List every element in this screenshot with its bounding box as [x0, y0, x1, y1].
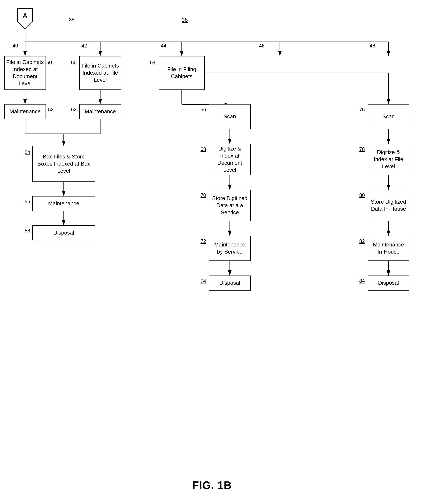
ref-84: 84 — [359, 278, 365, 284]
box-78: Digitize & Index at File Level — [368, 144, 409, 175]
box-74: Disposal — [209, 275, 251, 291]
box-58: Disposal — [32, 225, 95, 240]
box-82: Maintenance In-House — [368, 236, 409, 261]
box-54-label: Box Files & Store Boxes Indexed at Box L… — [34, 153, 93, 174]
ref-76: 76 — [359, 107, 365, 112]
box-58-label: Disposal — [53, 229, 74, 236]
ref-44: 44 — [161, 43, 167, 49]
ref-62: 62 — [71, 107, 77, 112]
ref-70: 70 — [200, 192, 206, 198]
box-52: Maintenance — [4, 104, 46, 119]
ref-78: 78 — [359, 146, 365, 152]
ref-60: 60 — [71, 60, 77, 65]
ref-72: 72 — [200, 238, 206, 244]
box-84: Disposal — [368, 275, 409, 291]
figure-caption: FIG. 1B — [192, 479, 232, 491]
box-72-label: Maintenance by Service — [211, 241, 249, 255]
ref-50: 50 — [46, 60, 52, 65]
box-78-label: Digitize & Index at File Level — [370, 149, 407, 170]
box-62: Maintenance — [79, 104, 121, 119]
ref-74: 74 — [200, 278, 206, 284]
ref-48: 48 — [370, 43, 375, 49]
box-68-label: Digitize & Index at Document Level — [211, 145, 249, 173]
ref-80: 80 — [359, 192, 365, 198]
diagram: A 38 40 42 44 46 48 File in Cabinets Ind… — [0, 0, 424, 460]
box-72: Maintenance by Service — [209, 236, 251, 261]
box-56: Maintenance — [32, 196, 95, 211]
ref-42: 42 — [81, 43, 87, 49]
ref-40: 40 — [12, 43, 18, 49]
box-82-label: Maintenance In-House — [370, 241, 407, 255]
box-52-label: Maintenance — [10, 108, 41, 115]
box-74-label: Disposal — [219, 280, 240, 287]
svg-marker-29 — [18, 8, 33, 29]
box-60-label: File in Cabinets Indexed at File Level — [81, 62, 119, 83]
ref-56: 56 — [25, 198, 30, 204]
ref-38: 38 — [69, 17, 75, 23]
start-shape: A — [15, 8, 36, 29]
box-60: File in Cabinets Indexed at File Level — [79, 56, 121, 90]
box-54: Box Files & Store Boxes Indexed at Box L… — [32, 146, 95, 182]
ref-64: 64 — [150, 60, 156, 65]
box-68: Digitize & Index at Document Level — [209, 144, 251, 175]
box-56-label: Maintenance — [48, 200, 79, 207]
ref-54: 54 — [25, 149, 30, 155]
box-62-label: Maintenance — [85, 108, 116, 115]
svg-text:A: A — [23, 12, 27, 19]
box-scan-76-label: Scan — [382, 113, 394, 120]
box-80-label: Store Digitized Data In-House — [370, 198, 407, 213]
box-80: Store Digitized Data In-House — [368, 190, 409, 221]
ref-52: 52 — [48, 107, 54, 112]
box-70-label: Store Digitized Data at a a Service — [211, 195, 249, 216]
box-file-filing-label: File in Filing Cabinets — [161, 66, 203, 80]
box-file-filing: File in Filing Cabinets — [159, 56, 205, 90]
box-50-label: File in Cabinets Indexed at Document Lev… — [6, 59, 44, 87]
ref-66: 66 — [200, 107, 206, 112]
box-50: File in Cabinets Indexed at Document Lev… — [4, 56, 46, 90]
box-70: Store Digitized Data at a a Service — [209, 190, 251, 221]
box-scan-76: Scan — [368, 104, 409, 129]
ref-82: 82 — [359, 238, 365, 244]
box-scan-66-label: Scan — [224, 113, 236, 120]
ref-68: 68 — [200, 146, 206, 152]
ref-38-label: 38 — [182, 17, 188, 23]
ref-58: 58 — [25, 228, 30, 234]
box-84-label: Disposal — [378, 280, 399, 287]
ref-46: 46 — [259, 43, 265, 49]
box-scan-66: Scan — [209, 104, 251, 129]
